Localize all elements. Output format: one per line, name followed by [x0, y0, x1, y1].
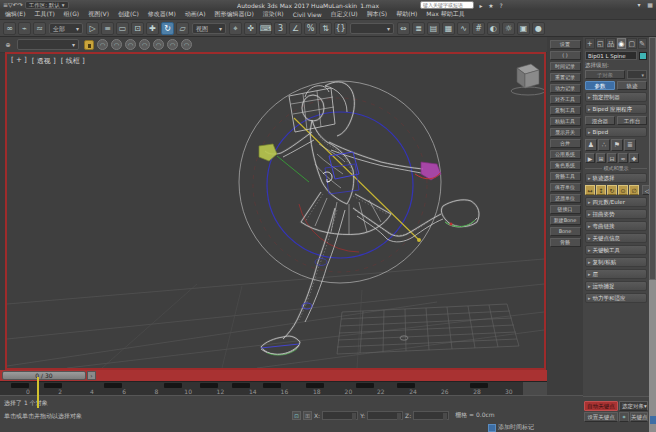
window-menu-icon[interactable]: ▦: [646, 1, 654, 8]
mirror-icon[interactable]: ⇔: [397, 22, 410, 35]
tool-strip-button[interactable]: 对齐工具: [550, 95, 581, 104]
convert-icon[interactable]: ≈: [618, 153, 628, 163]
auto-key-button[interactable]: 自动关键点: [584, 401, 618, 411]
round-tool-icon-4[interactable]: ◠: [139, 39, 150, 50]
menu-item[interactable]: Max 帮助工具: [426, 10, 464, 19]
tool-strip-button[interactable]: 骨骼工具: [550, 172, 581, 181]
help-icon[interactable]: ?: [497, 2, 505, 9]
use-pivot-point-icon[interactable]: ⌖: [229, 22, 242, 35]
command-panel-scrollbar[interactable]: [649, 37, 656, 432]
keyboard-shortcut-override-icon[interactable]: ⌨: [259, 22, 272, 35]
select-and-move-icon[interactable]: ✚: [146, 22, 159, 35]
time-slider[interactable]: 0 / 30 ›: [0, 370, 547, 381]
help-search-input[interactable]: [420, 1, 474, 9]
tool-strip-button[interactable]: 链接口: [550, 205, 581, 214]
body-rotation-icon[interactable]: ↻: [607, 185, 617, 195]
selection-set-icon[interactable]: ⊕: [4, 41, 12, 48]
rollout-header[interactable]: ▸ 四元数/Euler: [585, 197, 647, 207]
select-and-link-icon[interactable]: ∞: [3, 22, 16, 35]
schematic-view-icon[interactable]: #: [472, 22, 485, 35]
tool-strip-button[interactable]: 粘贴工具: [550, 117, 581, 126]
material-editor-icon[interactable]: ◐: [487, 22, 500, 35]
percent-snap-icon[interactable]: %: [304, 22, 317, 35]
perspective-viewport[interactable]: [ + ] [ 透视 ] [ 线框 ]: [5, 52, 546, 370]
trajectories-button[interactable]: 轨迹: [617, 81, 647, 90]
select-and-manipulate-icon[interactable]: ✜: [244, 22, 257, 35]
viewport-general-menu[interactable]: [ + ]: [11, 56, 27, 66]
track-bar[interactable]: 024681012141618202224262830: [0, 381, 547, 395]
scrollbar-thumb[interactable]: [649, 37, 656, 280]
keyframe-marker[interactable]: [164, 383, 182, 388]
modes-display-expander[interactable]: 模式和显示: [585, 165, 647, 171]
selection-lock-icon[interactable]: ⚿: [303, 411, 312, 420]
object-name-field[interactable]: Bip01 L Spine: [585, 51, 637, 60]
round-tool-icon-5[interactable]: ◠: [153, 39, 164, 50]
load-file-icon[interactable]: ⊞: [596, 153, 606, 163]
round-tool-icon-6[interactable]: ◠: [167, 39, 178, 50]
tab-modify[interactable]: ◱: [596, 38, 606, 49]
tool-strip-button[interactable]: 复制工具: [550, 106, 581, 115]
key-filter-dropdown[interactable]: 选定对象 ▾: [619, 401, 648, 411]
menu-item[interactable]: 编辑(E): [5, 10, 25, 19]
save-file-icon[interactable]: ⊟: [607, 153, 617, 163]
rollout-header[interactable]: ▸ 运动捕捉: [585, 281, 647, 291]
unlink-selection-icon[interactable]: ⌁: [18, 22, 31, 35]
select-and-rotate-icon[interactable]: ↻: [161, 22, 174, 35]
viewport-pov-menu[interactable]: [ 透视 ]: [32, 56, 56, 66]
lock-icon[interactable]: [84, 40, 94, 50]
isolate-selection-icon[interactable]: ⊡: [292, 411, 301, 420]
tool-strip-button[interactable]: 角色系统: [550, 161, 581, 170]
tool-strip-button[interactable]: 合并: [550, 139, 581, 148]
reference-coordinate-dropdown[interactable]: 视图 ▾: [192, 23, 226, 34]
curve-editor-icon[interactable]: ∿: [457, 22, 470, 35]
angle-snap-icon[interactable]: ∠: [289, 22, 302, 35]
time-tag-icon[interactable]: [488, 424, 496, 432]
round-tool-icon-7[interactable]: ◠: [181, 39, 192, 50]
menu-item[interactable]: 修改器(M): [148, 10, 176, 19]
select-object-icon[interactable]: ▷: [86, 22, 99, 35]
tool-strip-button[interactable]: 保存单位: [550, 183, 581, 192]
menu-item[interactable]: 图形编辑器(D): [215, 10, 254, 19]
notification-icon[interactable]: ▾: [635, 1, 643, 8]
redo-icon[interactable]: ↷: [18, 1, 23, 8]
key-filters-button[interactable]: 关键点过滤...: [630, 412, 648, 422]
rollout-header[interactable]: ▸ 关键帧工具: [585, 245, 647, 255]
rollout-biped[interactable]: ▸ Biped: [585, 127, 647, 137]
sub-object-dropdown[interactable]: ▾: [627, 70, 647, 79]
layer-manager-icon[interactable]: ▤: [427, 22, 440, 35]
tool-strip-button[interactable]: 动力记录: [550, 84, 581, 93]
menu-item[interactable]: 动画(A): [185, 10, 206, 19]
snap-toggle-3d-icon[interactable]: 3: [274, 22, 287, 35]
biped-playback-icon[interactable]: ▶: [585, 153, 595, 163]
rectangular-selection-region-icon[interactable]: ▭: [116, 22, 129, 35]
menu-item[interactable]: 视图(V): [88, 10, 109, 19]
tool-strip-button[interactable]: 设置: [550, 40, 581, 49]
set-keys-icon[interactable]: ✦: [619, 412, 629, 422]
menu-item[interactable]: 渲染(R): [263, 10, 284, 19]
tool-strip-button[interactable]: 骨骼: [550, 238, 581, 247]
menu-item[interactable]: 创建(C): [118, 10, 139, 19]
workbench-button[interactable]: 工作台: [617, 116, 647, 125]
z-coordinate-field[interactable]: [413, 411, 449, 420]
round-tool-icon-2[interactable]: ◠: [111, 39, 122, 50]
move-all-mode-icon[interactable]: ✚: [629, 153, 639, 163]
rollout-header[interactable]: ▸ 扭曲姿势: [585, 209, 647, 219]
tool-strip-button[interactable]: 还原单位: [550, 194, 581, 203]
tool-strip-button[interactable]: 时间记录: [550, 62, 581, 71]
keyframe-marker[interactable]: [356, 383, 374, 388]
keyframe-marker[interactable]: [200, 383, 218, 388]
menu-item[interactable]: 脚本(S): [367, 10, 388, 19]
tab-hierarchy[interactable]: 品: [606, 38, 616, 49]
symmetrical-tracks-icon[interactable]: ∅: [629, 185, 639, 195]
workspace-dropdown[interactable]: 工作区: 默认 ▾: [25, 1, 69, 9]
rollout-header[interactable]: ▸ 弯曲链接: [585, 221, 647, 231]
motion-flow-mode-icon[interactable]: ⚑: [611, 139, 623, 151]
rollout-header[interactable]: ▸ 层: [585, 269, 647, 279]
tool-strip-button[interactable]: ( ): [550, 51, 581, 60]
select-and-scale-icon[interactable]: ▱: [176, 22, 189, 35]
time-slider-handle[interactable]: 0 / 30: [2, 371, 86, 380]
tab-display[interactable]: ▢: [627, 38, 637, 49]
add-time-tag[interactable]: 添加时间标记: [498, 423, 534, 432]
mixer-button[interactable]: 混合器: [585, 116, 615, 125]
selection-filter-dropdown[interactable]: 全部 ▾: [49, 23, 83, 34]
